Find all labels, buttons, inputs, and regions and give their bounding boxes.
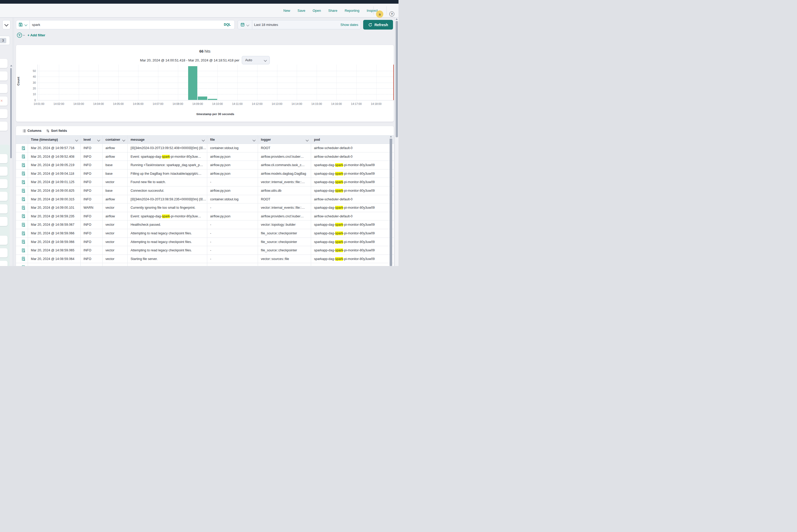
expand-row-button[interactable] [16, 170, 28, 178]
time-range-value[interactable]: Last 18 minutes [254, 20, 278, 29]
avatar[interactable]: a [376, 11, 383, 18]
nav-link-save[interactable]: Save [297, 8, 305, 13]
expand-row-button[interactable] [16, 229, 28, 238]
inspect-document-icon [21, 206, 26, 210]
nav-link-open[interactable]: Open [313, 8, 321, 13]
table-scroll-up-arrow[interactable] [390, 136, 392, 137]
field-item-card[interactable] [0, 261, 7, 266]
sidebar-collapse-button[interactable] [2, 20, 11, 29]
chevron-down-icon [24, 23, 27, 26]
histogram-bar[interactable] [208, 99, 217, 100]
chart-subtitle: Mar 20, 2024 @ 14:00:51.418 - Mar 20, 20… [140, 58, 239, 62]
field-item-card[interactable] [0, 154, 7, 163]
sort-fields-button[interactable]: Sort fields [46, 128, 67, 133]
columns-label: Columns [27, 129, 41, 133]
columns-button[interactable]: Columns [22, 128, 41, 133]
inspect-document-icon [21, 171, 26, 176]
column-header-file[interactable]: file [207, 135, 258, 144]
page-scrollbar-thumb[interactable] [396, 21, 398, 137]
column-header-message[interactable]: message [127, 135, 207, 144]
table-row: Mar 20, 2024 @ 14:09:52.408INFOairflowai… [16, 152, 394, 161]
histogram-bar[interactable] [198, 96, 207, 100]
column-header-expand[interactable] [16, 135, 28, 144]
field-item-card[interactable] [0, 59, 7, 68]
saved-query-menu-button[interactable] [16, 20, 30, 29]
cell-logger: ROOT [258, 144, 311, 152]
field-item-card[interactable] [0, 248, 7, 258]
window-top-strip [0, 0, 398, 4]
column-header-logger[interactable]: logger [258, 135, 311, 144]
nav-link-reporting[interactable]: Reporting [345, 8, 359, 13]
refresh-button[interactable]: Refresh [363, 20, 393, 30]
field-item-card[interactable] [0, 121, 7, 131]
field-item-card[interactable] [0, 236, 7, 245]
sidebar-scroll-up-arrow[interactable] [10, 65, 12, 66]
cell-container: vector [102, 178, 127, 186]
cell-file: - [207, 229, 258, 238]
field-item-card[interactable] [0, 179, 7, 188]
column-header-time[interactable]: Time (timestamp) [28, 135, 80, 144]
column-header-container[interactable]: container [102, 135, 127, 144]
cell-file: - [207, 255, 258, 263]
nav-link-inspect[interactable]: Inspect [367, 8, 378, 13]
expand-row-button[interactable] [16, 178, 28, 186]
field-filter-count-box[interactable]: 3 [0, 36, 10, 45]
add-filter-button[interactable]: + Add filter [27, 33, 45, 38]
table-row: Mar 20, 2024 @ 14:09:04.118INFObaseairfl… [16, 170, 394, 178]
column-divider [102, 135, 103, 266]
search-highlight: spark [335, 223, 343, 227]
histogram-panel: 66 hits Mar 20, 2024 @ 14:00:51.418 - Ma… [16, 45, 394, 121]
search-bar[interactable]: spark DQL [16, 20, 235, 29]
show-dates-button[interactable]: Show dates [340, 20, 358, 29]
expand-row-button[interactable] [16, 144, 28, 152]
expand-row-button[interactable] [16, 195, 28, 204]
query-language-button[interactable]: DQL [224, 20, 231, 29]
expand-row-button[interactable] [16, 161, 28, 169]
gridline-y [37, 77, 393, 77]
expand-row-button[interactable] [16, 263, 28, 266]
nav-link-share[interactable]: Share [328, 8, 337, 13]
y-tick-label: 0 [28, 99, 36, 102]
field-item-card[interactable]: × [0, 96, 7, 106]
filter-icon[interactable] [17, 33, 22, 38]
remove-field-icon[interactable]: × [1, 99, 3, 103]
divider [252, 20, 252, 29]
page-scrollbar[interactable] [394, 18, 398, 266]
save-icon [19, 22, 23, 27]
field-item-card[interactable] [0, 204, 7, 213]
cell-pod: airflow-scheduler-default-0 [311, 212, 390, 221]
column-header-level[interactable]: level [80, 135, 102, 144]
nav-link-new[interactable]: New [283, 8, 290, 13]
scroll-up-arrow[interactable] [396, 18, 398, 20]
column-header-pod[interactable]: pod [311, 135, 390, 144]
interval-select[interactable]: Auto [242, 56, 270, 64]
list-icon [22, 129, 26, 133]
expand-row-button[interactable] [16, 255, 28, 263]
expand-row-button[interactable] [16, 221, 28, 229]
field-item-card[interactable] [0, 109, 7, 118]
time-range-picker[interactable]: Last 18 minutes Show dates [238, 20, 361, 29]
field-item-card[interactable] [0, 167, 7, 176]
top-navbar: NewSaveOpenShareReportingInspect a ? [0, 4, 398, 18]
help-icon[interactable]: ? [389, 12, 394, 17]
expand-row-button[interactable] [16, 246, 28, 254]
expand-row-button[interactable] [16, 204, 28, 212]
search-input[interactable]: spark [32, 20, 40, 29]
expand-row-button[interactable] [16, 238, 28, 246]
x-tick-label: 14:15:00 [308, 102, 326, 106]
field-item-card[interactable] [0, 192, 7, 201]
cell-logger: file_source::checkpointer [258, 246, 311, 254]
histogram-bar[interactable] [188, 66, 198, 100]
field-item-card[interactable] [0, 217, 7, 226]
expand-row-button[interactable] [16, 187, 28, 195]
field-item-card[interactable] [0, 71, 7, 80]
cell-logger: airflow.providers.cncf.kuber… [258, 212, 311, 221]
expand-row-button[interactable] [16, 152, 28, 161]
field-item-card[interactable] [0, 84, 7, 93]
expand-row-button[interactable] [16, 212, 28, 221]
cell-file: airflow.py.json [207, 161, 258, 169]
sidebar-scrollbar[interactable] [10, 68, 12, 158]
cell-message: Attempting to read legacy checkpoint fil… [127, 238, 207, 246]
table-scrollbar[interactable] [390, 139, 392, 266]
cell-container: airflow [102, 144, 127, 152]
